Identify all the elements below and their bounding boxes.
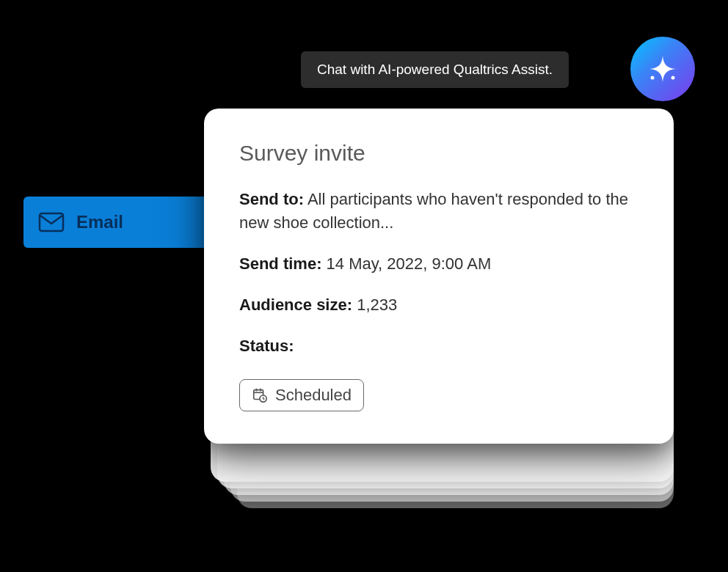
mail-icon bbox=[38, 212, 65, 232]
svg-point-1 bbox=[671, 76, 675, 80]
svg-point-0 bbox=[651, 76, 655, 80]
audience-size-row: Audience size: 1,233 bbox=[239, 293, 638, 317]
send-time-value: 14 May, 2022, 9:00 AM bbox=[327, 254, 492, 273]
svg-rect-2 bbox=[40, 213, 63, 231]
status-chip-label: Scheduled bbox=[275, 386, 352, 405]
send-to-row: Send to: All participants who haven't re… bbox=[239, 188, 638, 235]
audience-size-value: 1,233 bbox=[357, 296, 397, 314]
calendar-clock-icon bbox=[252, 387, 268, 403]
assist-tooltip: Chat with AI-powered Qualtrics Assist. bbox=[301, 51, 569, 88]
sparkle-icon bbox=[645, 51, 680, 87]
survey-invite-card: Survey invite Send to: All participants … bbox=[204, 109, 674, 444]
assist-tooltip-text: Chat with AI-powered Qualtrics Assist. bbox=[317, 62, 553, 77]
send-time-label: Send time: bbox=[239, 254, 321, 273]
email-tab[interactable]: Email bbox=[23, 197, 211, 248]
send-to-label: Send to: bbox=[239, 190, 304, 208]
send-time-row: Send time: 14 May, 2022, 9:00 AM bbox=[239, 252, 638, 276]
svg-line-9 bbox=[263, 399, 265, 400]
status-label: Status: bbox=[239, 337, 294, 355]
card-stack: Survey invite Send to: All participants … bbox=[204, 109, 674, 508]
status-chip: Scheduled bbox=[239, 379, 364, 411]
assist-button[interactable] bbox=[630, 37, 695, 101]
audience-size-label: Audience size: bbox=[239, 296, 352, 314]
email-tab-label: Email bbox=[76, 212, 123, 232]
status-row: Status: bbox=[239, 334, 638, 358]
card-title: Survey invite bbox=[239, 141, 638, 166]
